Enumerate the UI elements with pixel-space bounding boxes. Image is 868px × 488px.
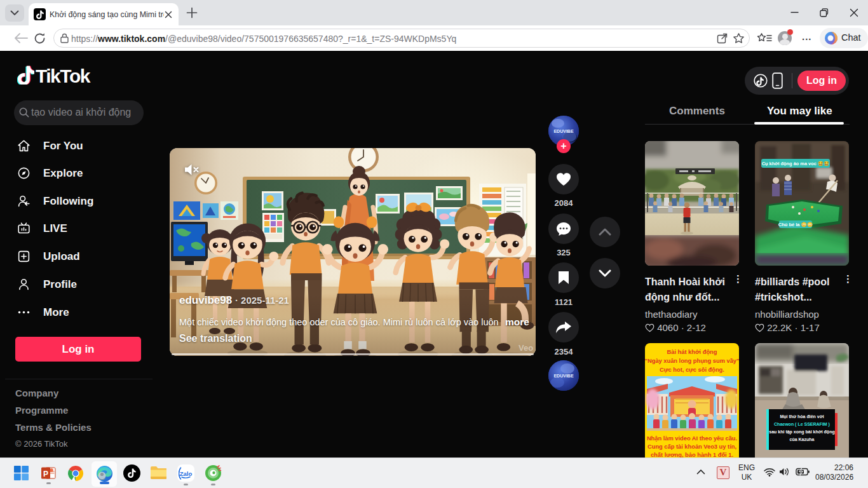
svg-text:P: P: [43, 470, 48, 478]
svg-text:EDUVIBE: EDUVIBE: [553, 374, 573, 378]
svg-text:EDUVIBE: EDUVIBE: [553, 129, 573, 133]
svg-text:"Ngày xuân long phụng sum vầy": "Ngày xuân long phụng sum vầy": [645, 358, 739, 364]
svg-text:chất lượng, bảo hành 1 đối 1.: chất lượng, bảo hành 1 đối 1.: [651, 452, 733, 458]
svg-text:Cung cấp tài khoản Veo3 uy tín: Cung cấp tài khoản Veo3 uy tín,: [648, 444, 736, 450]
svg-text:của Kazuha: của Kazuha: [790, 437, 815, 442]
svg-text:Nhận làm video AI theo yêu cầu: Nhận làm video AI theo yêu cầu.: [647, 435, 737, 442]
svg-text:sau khi tập xong bài khởi động: sau khi tập xong bài khởi động: [769, 430, 834, 435]
svg-text:Chú bé la 😳😳: Chú bé la 😳😳: [778, 222, 813, 227]
svg-text:Bài hát khởi động: Bài hát khởi động: [667, 349, 717, 355]
svg-text:Cụ khởi động ảo ma voc 😂😂: Cụ khởi động ảo ma voc 😂😂: [762, 161, 830, 166]
svg-text:Chaewon ( Le SSERAFIM ): Chaewon ( Le SSERAFIM ): [774, 422, 830, 427]
svg-text:Zalo: Zalo: [180, 470, 193, 477]
svg-text:Mọi thứ hóa điên với: Mọi thứ hóa điên với: [780, 414, 824, 419]
svg-text:Cực hot, cực sôi động.: Cực hot, cực sôi động.: [660, 367, 724, 373]
